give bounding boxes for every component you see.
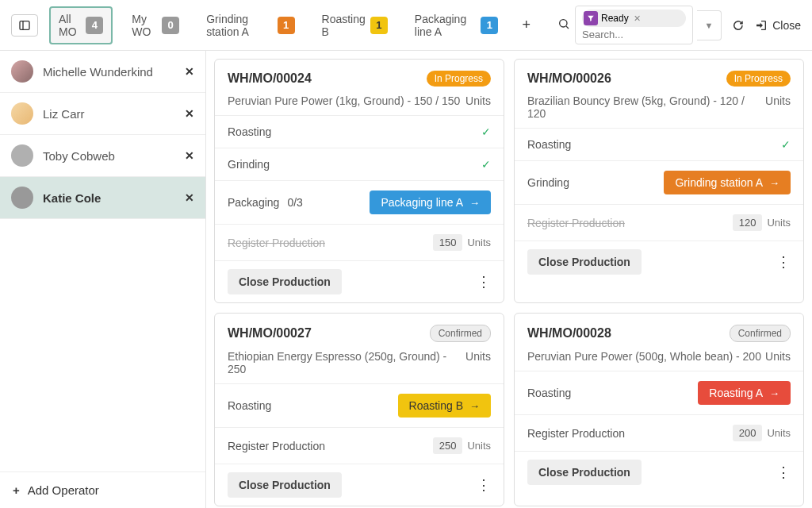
mo-card: WH/MO/00026In ProgressBrazilian Bouncy B…	[514, 59, 804, 303]
check-icon: ✓	[781, 138, 791, 151]
operator-item[interactable]: Michelle Wunderkind✕	[0, 51, 205, 93]
svg-rect-0	[20, 21, 29, 29]
filter-tab-3[interactable]: Roasting B1	[314, 8, 396, 43]
qty-unit: Units	[767, 217, 791, 229]
operator-item[interactable]: Katie Cole✕	[0, 177, 205, 219]
work-label: Grinding	[527, 176, 569, 189]
work-label: Grinding	[228, 158, 270, 171]
remove-operator-button[interactable]: ✕	[185, 65, 194, 78]
chip-remove[interactable]: ✕	[632, 13, 642, 24]
kebab-menu[interactable]: ⋮	[776, 253, 791, 271]
operator-item[interactable]: Toby Cobweb✕	[0, 135, 205, 177]
check-icon: ✓	[481, 125, 491, 138]
search-dropdown-button[interactable]: ▼	[697, 10, 722, 40]
qty-value: 250	[433, 437, 463, 454]
sidebar-toggle-button[interactable]	[11, 14, 38, 37]
filter-tab-2[interactable]: Grinding station A1	[198, 8, 302, 43]
kebab-menu[interactable]: ⋮	[776, 464, 791, 481]
kebab-menu[interactable]: ⋮	[477, 273, 491, 291]
status-badge: In Progress	[726, 71, 791, 87]
card-units: Units	[465, 350, 491, 375]
card-product: Ethiopian Energy Espresso (250g, Ground)…	[228, 350, 465, 375]
work-row: RoastingRoasting B→	[215, 383, 504, 427]
close-production-button[interactable]: Close Production	[527, 249, 642, 275]
operator-item[interactable]: Liz Carr✕	[0, 93, 205, 135]
status-badge: In Progress	[427, 71, 491, 87]
card-title: WH/MO/00027	[228, 326, 312, 341]
work-row: Packaging0/3Packaging line A→	[215, 180, 504, 224]
search-input[interactable]	[582, 29, 686, 40]
mo-card: WH/MO/00027ConfirmedEthiopian Energy Esp…	[214, 313, 504, 506]
workcenter-button[interactable]: Roasting B→	[398, 394, 491, 418]
avatar	[11, 60, 33, 83]
filter-icon	[584, 11, 598, 25]
avatar	[11, 144, 33, 167]
work-label: Register Production	[228, 237, 325, 249]
workcenter-button[interactable]: Roasting A→	[698, 381, 791, 405]
arrow-right-icon: →	[469, 400, 480, 412]
qty-unit: Units	[767, 427, 791, 439]
operator-name: Liz Carr	[43, 107, 175, 121]
filter-tab-0[interactable]: All MO4	[49, 6, 113, 44]
operator-name: Katie Cole	[43, 191, 175, 205]
filter-count: 0	[162, 17, 179, 34]
card-units: Units	[765, 94, 791, 120]
filter-chip[interactable]: Ready ✕	[582, 10, 686, 27]
filter-label: All MO	[59, 13, 81, 38]
work-label: Register Production	[527, 427, 625, 440]
mo-card: WH/MO/00024In ProgressPeruvian Pure Powe…	[214, 59, 504, 303]
status-badge: Confirmed	[430, 325, 491, 342]
filter-label: Grinding station A	[206, 13, 272, 38]
close-production-button[interactable]: Close Production	[228, 269, 342, 294]
work-label: Roasting	[228, 125, 271, 138]
card-product: Brazilian Bouncy Brew (5kg, Ground) - 12…	[527, 94, 765, 120]
card-product: Peruvian Pure Power (500g, Whole bean) -…	[527, 350, 761, 363]
avatar	[11, 187, 33, 209]
plus-icon: +	[13, 483, 20, 497]
exit-icon	[755, 19, 768, 32]
operator-name: Michelle Wunderkind	[43, 65, 175, 79]
filter-count: 4	[86, 17, 103, 34]
qty-unit: Units	[467, 440, 491, 452]
status-badge: Confirmed	[730, 325, 791, 342]
refresh-icon[interactable]	[733, 19, 744, 32]
qty-value: 150	[433, 234, 463, 251]
add-operator-button[interactable]: + Add Operator	[0, 471, 205, 508]
workcenter-button[interactable]: Grinding station A→	[664, 171, 791, 194]
remove-operator-button[interactable]: ✕	[185, 107, 194, 120]
work-label: Register Production	[228, 440, 325, 452]
check-icon: ✓	[481, 158, 491, 171]
remove-operator-button[interactable]: ✕	[185, 191, 194, 204]
card-product: Peruvian Pure Power (1kg, Ground) - 150 …	[228, 94, 460, 107]
kebab-menu[interactable]: ⋮	[477, 476, 491, 494]
work-row: Register Production250Units	[215, 427, 504, 464]
filter-count: 1	[370, 17, 388, 34]
close-production-button[interactable]: Close Production	[228, 472, 342, 498]
card-title: WH/MO/00024	[228, 71, 312, 86]
search-icon	[557, 17, 570, 33]
close-production-button[interactable]: Close Production	[527, 460, 642, 485]
arrow-right-icon: →	[469, 197, 480, 209]
search-box[interactable]: Ready ✕	[575, 6, 693, 44]
chip-label: Ready	[601, 13, 629, 24]
work-row: Register Production120Units	[515, 204, 803, 241]
filter-label: My WO	[132, 13, 157, 38]
work-label: Roasting	[228, 399, 271, 412]
remove-operator-button[interactable]: ✕	[185, 149, 194, 162]
work-label: Packaging	[228, 196, 279, 209]
add-filter-button[interactable]: +	[518, 15, 536, 35]
panel-icon	[18, 19, 31, 32]
card-title: WH/MO/00028	[527, 326, 611, 341]
svg-point-2	[560, 19, 567, 26]
arrow-right-icon: →	[769, 177, 779, 189]
qty-value: 200	[733, 425, 763, 441]
card-title: WH/MO/00026	[527, 71, 611, 86]
workcenter-button[interactable]: Packaging line A→	[370, 190, 491, 214]
filter-tab-1[interactable]: My WO0	[124, 8, 187, 43]
arrow-right-icon: →	[769, 387, 779, 399]
filter-tab-4[interactable]: Packaging line A1	[407, 8, 507, 43]
qty-unit: Units	[467, 237, 491, 248]
close-button[interactable]: Close	[755, 19, 801, 32]
operators-sidebar: Michelle Wunderkind✕Liz Carr✕Toby Cobweb…	[0, 51, 206, 508]
filter-label: Packaging line A	[415, 13, 477, 38]
